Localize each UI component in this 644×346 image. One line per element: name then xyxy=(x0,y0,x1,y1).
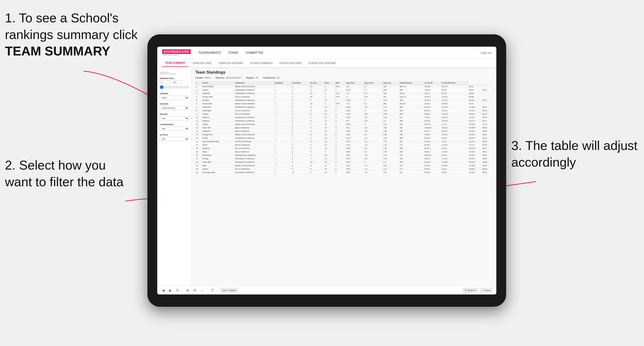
tab-team-h2h-heatmap[interactable]: TEAM H2H HEATMAP xyxy=(216,60,246,66)
cell-11-3: — xyxy=(274,123,292,126)
cell-5-0: 6 xyxy=(195,102,202,106)
cell-18-13: 9-14-0 xyxy=(441,147,468,150)
cell-25-0: 26 xyxy=(195,171,202,174)
cell-12-2: Big 12 Conference xyxy=(234,126,274,130)
cell-1-9: -6 xyxy=(364,88,382,92)
cell-14-5: 8 xyxy=(310,133,324,137)
cell-9-7: 3 xyxy=(335,116,345,119)
nav-items: TOURNAMENTS TEAMS COMMITTEE xyxy=(198,50,480,56)
cell-4-11: 262 xyxy=(399,99,424,102)
cell-23-12: 90-51-2 xyxy=(424,164,441,167)
cell-25-8: 280.7 xyxy=(345,171,364,174)
cell-15-3: — xyxy=(274,137,292,140)
cell-23-15: 82.98 xyxy=(482,164,493,167)
cell-21-11: 266 xyxy=(399,157,424,161)
cell-2-5: 23 xyxy=(310,92,324,95)
division-section: Division NCAA Division I NCAA Division I… xyxy=(160,103,189,110)
table-row: 4Arizona StatePac-12 Conference—1264274.… xyxy=(195,95,493,99)
cell-19-11: 269 xyxy=(399,150,424,154)
toolbar-copy[interactable]: ⧉ xyxy=(193,288,197,293)
watch-button[interactable]: 👁 Watch ▾ xyxy=(462,288,478,293)
tab-team-h2h-grid[interactable]: TEAM H2H GRID xyxy=(189,60,214,66)
cell-22-0: 23 xyxy=(195,161,202,164)
cell-6-14: 41-19-0 xyxy=(468,106,482,109)
cell-23-9: -0.4 xyxy=(364,164,382,167)
cell-25-3: — xyxy=(274,171,292,174)
col-avg-low: Avg. Low xyxy=(382,81,399,85)
table-row: 24DukeAtlantic Coast Conference—59271279… xyxy=(195,164,493,167)
cell-13-1: Oklahoma xyxy=(202,130,234,133)
cell-14-13: 23-23-1 xyxy=(441,133,468,137)
cell-21-6: 21 xyxy=(324,157,335,161)
cell-24-11: 271 xyxy=(399,167,424,171)
cell-12-15: 88.94 xyxy=(482,126,493,130)
cell-4-10: 2.37 xyxy=(382,99,399,102)
region-select[interactable]: N/A All xyxy=(160,116,189,121)
cell-0-2: Atlantic Coast Conference xyxy=(234,85,274,88)
toolbar-clock[interactable]: ⏱ xyxy=(210,288,215,293)
nav-committee[interactable]: COMMITTEE xyxy=(246,50,264,56)
sidebar: Update time: 27/03/2024 16:56:26 Minimum… xyxy=(157,68,192,286)
cell-2-6: 5 xyxy=(324,92,335,95)
toolbar-back[interactable]: ◀ xyxy=(161,288,166,293)
cell-8-12: 86-26-1 xyxy=(424,112,441,116)
cell-2-10: 203 xyxy=(382,92,399,95)
cell-20-11: 215 xyxy=(399,154,424,157)
tab-player-h2h-grid[interactable]: PLAYER H2H GRID xyxy=(277,60,304,66)
cell-3-2: Pac-12 Conference xyxy=(234,95,274,99)
cell-25-13: 4-21-0 xyxy=(441,171,468,174)
update-time-label: Update time: xyxy=(160,71,189,73)
tab-team-summary[interactable]: TEAM SUMMARY xyxy=(162,60,188,67)
table-row: 6Florida StateAtlantic Coast Conference—… xyxy=(195,102,493,106)
min-rounds-input[interactable] xyxy=(160,80,170,84)
view-original-button[interactable]: View: Original xyxy=(220,288,238,293)
cell-4-9: -5 xyxy=(364,99,382,102)
cell-10-13: 23-13-0 xyxy=(441,119,468,123)
nav-teams[interactable]: TEAMS xyxy=(228,50,238,56)
cell-15-7: 4 xyxy=(335,137,345,140)
cell-3-10: 265 xyxy=(382,95,399,99)
conference-select[interactable]: (All) xyxy=(160,127,189,131)
cell-19-12: 59-41-4 xyxy=(424,150,441,154)
toolbar-dots[interactable]: ··· xyxy=(200,288,204,293)
gender-select[interactable]: Men's Women's xyxy=(160,96,189,100)
cell-2-12: 38-6-0 xyxy=(424,92,441,95)
cell-0-10: 262 xyxy=(382,85,399,88)
col-rank: # xyxy=(195,81,202,85)
cell-18-3: — xyxy=(274,147,292,150)
toolbar-divider-1 xyxy=(182,288,183,293)
cell-1-6: 27 xyxy=(324,88,335,92)
tab-player-h2h-heatmap[interactable]: PLAYER H2H HEATMAP xyxy=(306,60,339,66)
cell-24-13: 9-19-1 xyxy=(441,167,468,171)
cell-24-4: 5 xyxy=(291,167,309,171)
cell-0-8: -6.2 xyxy=(345,85,364,88)
cell-16-2: Southern Conference xyxy=(234,140,274,143)
share-button[interactable]: ⤴ Share xyxy=(480,288,493,293)
cell-10-9: -3.8 xyxy=(364,119,382,123)
tab-player-summary[interactable]: PLAYER SUMMARY xyxy=(247,60,276,66)
cell-8-11: 268 xyxy=(399,112,424,116)
rounds-slider[interactable] xyxy=(160,85,189,89)
cell-13-7: 2 xyxy=(335,130,345,133)
toolbar-forward[interactable]: ▶ xyxy=(168,288,173,293)
nav-sign-out[interactable]: | Sign out xyxy=(480,51,492,54)
toolbar-bookmark[interactable]: ⊕ xyxy=(185,288,190,293)
cell-7-13: 18-12-1 xyxy=(441,109,468,112)
toolbar-refresh[interactable]: ↻ xyxy=(175,288,180,293)
cell-25-10: 0.97 xyxy=(382,171,399,174)
cell-0-9: 2.7 xyxy=(364,85,382,88)
cell-13-9: -3.8 xyxy=(364,130,382,133)
cell-6-4: 4 xyxy=(291,106,309,109)
cell-16-5: 8 xyxy=(310,140,324,143)
nav-tournaments[interactable]: TOURNAMENTS xyxy=(198,50,221,56)
toolbar-divider-2 xyxy=(207,288,207,293)
cell-24-7: 0 xyxy=(335,167,345,171)
cell-1-5: 9 xyxy=(310,88,324,92)
filter-division-label: Division: xyxy=(216,77,225,79)
division-select[interactable]: NCAA Division I NCAA Division II NCAA Di… xyxy=(160,106,189,110)
max-rounds-input[interactable] xyxy=(172,80,182,84)
cell-1-15: 87.21 xyxy=(482,88,493,92)
cell-1-2: Southeastern Conference xyxy=(234,88,274,92)
cell-11-13: 17-9-0 xyxy=(441,123,468,126)
school-select[interactable]: (All) xyxy=(160,137,189,141)
